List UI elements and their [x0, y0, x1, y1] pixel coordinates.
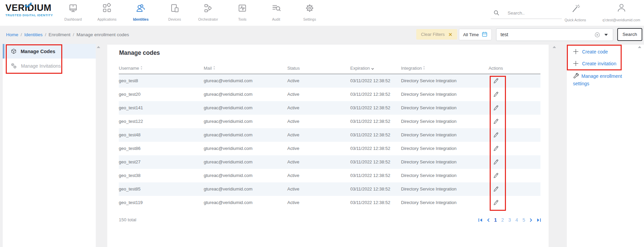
- cell-username: geo_test86: [119, 142, 140, 155]
- edit-button[interactable]: [489, 196, 503, 209]
- identities-icon: [136, 8, 146, 14]
- column-label: Mail: [204, 66, 212, 71]
- create-code-button[interactable]: Create code: [573, 49, 608, 54]
- tools-icon: [237, 8, 247, 14]
- cell-status: Active: [287, 169, 299, 182]
- pagination-page-3[interactable]: 3: [508, 217, 511, 223]
- cell-username: geo_test48: [119, 128, 140, 142]
- column-header-username[interactable]: Username: [119, 64, 142, 72]
- sidebar-item-manage-invitations[interactable]: Manage Invitations: [3, 59, 96, 73]
- veridium-logo[interactable]: VERIDIUM TRUSTED DIGITAL IDENTITY: [5, 3, 63, 17]
- pagination-page-5[interactable]: 5: [523, 217, 525, 223]
- nav-item-devices[interactable]: Devices: [158, 3, 191, 21]
- pagination-prev[interactable]: [487, 218, 490, 222]
- nav-label: Devices: [158, 17, 191, 21]
- cell-integration: Directory Service Integration: [401, 155, 457, 169]
- table-row: geo_test20gtureac@veridiumid.comActive03…: [119, 88, 540, 101]
- breadcrumb-home[interactable]: Home: [6, 32, 18, 37]
- cell-expiration: 03/11/2022 12:38:52: [350, 101, 390, 115]
- nav-label: Identities: [125, 17, 157, 21]
- pencil-icon: [493, 132, 498, 138]
- pagination-first[interactable]: [478, 218, 483, 222]
- edit-button[interactable]: [489, 169, 503, 182]
- cell-mail: gtureac@veridiumid.com: [204, 128, 252, 142]
- cell-status: Active: [287, 196, 299, 209]
- search-button[interactable]: Search: [617, 28, 642, 41]
- cell-mail: gtureac@veridiumid.com: [204, 74, 252, 88]
- cell-expiration: 03/11/2022 12:38:52: [350, 182, 390, 196]
- nav-item-tools[interactable]: Tools: [226, 3, 259, 21]
- pencil-icon: [493, 78, 498, 84]
- column-header-integration[interactable]: Integration: [401, 64, 425, 72]
- breadcrumb-identities[interactable]: Identities: [24, 32, 43, 37]
- cell-integration: Directory Service Integration: [401, 169, 457, 182]
- column-header-status: Status: [287, 64, 300, 72]
- nav-item-orchestrator[interactable]: Orchestrator: [192, 3, 224, 21]
- pagination-page-4[interactable]: 4: [515, 217, 518, 223]
- settings-icon: [305, 8, 315, 14]
- time-filter-button[interactable]: All Time: [459, 29, 492, 40]
- nav-item-identities[interactable]: Identities: [125, 3, 157, 21]
- sidebar-item-label: Manage Codes: [21, 49, 55, 54]
- manage-enrollment-settings-link[interactable]: Manage enrollment settings: [573, 73, 634, 87]
- global-search-input[interactable]: [491, 19, 562, 19]
- table-row: geo_test119gtureac@veridiumid.comActive0…: [119, 196, 540, 209]
- audit-icon: [271, 8, 281, 14]
- cell-status: Active: [287, 101, 299, 115]
- sort-icon: [423, 64, 425, 72]
- cell-username: geo_test85: [119, 182, 140, 196]
- column-header-mail[interactable]: Mail: [204, 64, 215, 72]
- create-invitation-button[interactable]: Create invitation: [573, 61, 616, 66]
- cell-mail: gtureac@veridiumid.com: [204, 88, 252, 101]
- cell-mail: gtureac@veridiumid.com: [204, 182, 252, 196]
- clear-filters-x-icon[interactable]: ✕: [448, 32, 452, 37]
- table-row: geo_test141gtureac@veridiumid.comActive0…: [119, 101, 540, 115]
- edit-button[interactable]: [489, 88, 503, 101]
- edit-button[interactable]: [489, 115, 503, 128]
- content-area: Manage CodesManage Invitations Manage co…: [0, 44, 644, 247]
- filter-search-input[interactable]: test: [496, 28, 613, 41]
- edit-button[interactable]: [489, 128, 503, 142]
- breadcrumb-separator: /: [18, 32, 24, 37]
- table-row: geo_test8gtureac@veridiumid.comActive03/…: [119, 74, 540, 88]
- edit-button[interactable]: [489, 101, 503, 115]
- nav-label: Tools: [226, 17, 259, 21]
- edit-button[interactable]: [489, 142, 503, 155]
- cell-integration: Directory Service Integration: [401, 88, 457, 101]
- cube-icon: [11, 48, 17, 54]
- sidebar-scroll-up-arrow[interactable]: [97, 46, 100, 48]
- pagination-last[interactable]: [537, 218, 541, 222]
- clear-input-icon[interactable]: [595, 32, 600, 39]
- cell-mail: gtureac@veridiumid.com: [204, 101, 252, 115]
- column-label: Username: [119, 66, 139, 71]
- pagination-page-1[interactable]: 1: [494, 217, 497, 223]
- chevron-down-icon[interactable]: [604, 34, 608, 36]
- column-label: Integration: [401, 66, 422, 71]
- nav-item-settings[interactable]: Settings: [293, 3, 326, 21]
- sort-icon: [213, 64, 215, 72]
- column-header-expiration[interactable]: Expiration: [350, 64, 374, 72]
- quick-actions-icon[interactable]: [571, 4, 580, 15]
- sidebar-item-manage-codes[interactable]: Manage Codes: [3, 44, 96, 59]
- action-label: Create code: [582, 49, 608, 54]
- right-scroll-up-arrow[interactable]: [638, 46, 641, 48]
- cell-expiration: 03/11/2022 12:38:52: [350, 74, 390, 88]
- pencil-icon: [493, 173, 498, 179]
- nav-item-audit[interactable]: Audit: [260, 3, 292, 21]
- orchestrator-icon: [203, 8, 213, 14]
- edit-button[interactable]: [489, 74, 503, 88]
- pagination-page-2[interactable]: 2: [501, 217, 504, 223]
- clear-filters-button[interactable]: Clear Filters ✕: [416, 29, 457, 40]
- nav-item-dashboard[interactable]: Dashboard: [57, 3, 89, 21]
- logo-text: VERIDIUM: [5, 3, 63, 13]
- user-avatar-icon[interactable]: [616, 3, 627, 15]
- edit-button[interactable]: [489, 182, 503, 196]
- nav-item-applications[interactable]: Applications: [91, 3, 123, 21]
- pagination-next[interactable]: [530, 218, 532, 222]
- edit-button[interactable]: [489, 155, 503, 169]
- main-scroll-up-arrow[interactable]: [553, 46, 556, 48]
- total-count: 150 total: [119, 217, 136, 222]
- breadcrumb-enrollment: Enrollment: [49, 32, 71, 37]
- cell-integration: Directory Service Integration: [401, 101, 457, 115]
- table-row: geo_test48gtureac@veridiumid.comActive03…: [119, 128, 540, 142]
